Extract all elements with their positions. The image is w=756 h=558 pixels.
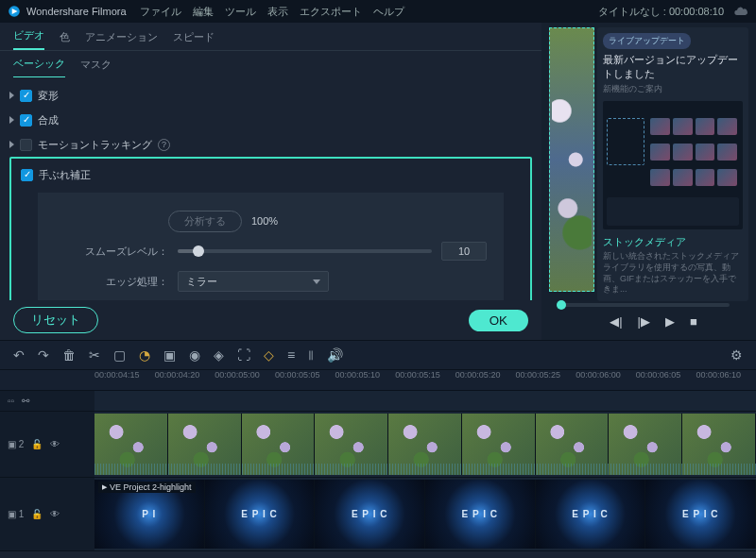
prev-frame-icon[interactable]: ◀| <box>610 314 622 329</box>
menu-help[interactable]: ヘルプ <box>373 5 404 19</box>
preview-seek-bar[interactable] <box>557 303 730 307</box>
ok-button[interactable]: OK <box>469 310 528 331</box>
menu-tools[interactable]: ツール <box>225 5 256 19</box>
track-label: ▣ 2 <box>8 439 24 449</box>
tab-basic[interactable]: ベーシック <box>13 57 65 77</box>
screenshot-icon[interactable]: ▣ <box>163 347 176 363</box>
checkbox-transform[interactable] <box>20 90 32 102</box>
speed-icon[interactable]: ◔ <box>139 347 150 363</box>
promo-panel: ライブアップデート 最新バージョンにアップデートしました 新機能のご案内 ストッ… <box>597 27 748 301</box>
redo-icon[interactable]: ↷ <box>38 347 49 363</box>
project-status: タイトルなし : 00:00:08:10 <box>598 5 724 19</box>
expand-icon[interactable] <box>9 141 14 148</box>
visibility-icon[interactable]: 👁 <box>50 439 60 449</box>
menu-file[interactable]: ファイル <box>140 5 181 19</box>
align-icon[interactable]: ≡ <box>287 347 295 363</box>
next-frame-icon[interactable]: |▶ <box>638 314 650 329</box>
edge-processing-select[interactable]: ミラー <box>178 271 329 292</box>
slider-thumb[interactable] <box>193 245 204 257</box>
prop-transform[interactable]: 変形 <box>9 83 532 108</box>
audio-waveform <box>94 464 756 475</box>
tab-mask[interactable]: マスク <box>80 58 112 77</box>
chevron-down-icon <box>313 279 320 284</box>
track-label: ▣ 1 <box>8 509 24 519</box>
app-logo <box>8 5 21 18</box>
help-icon[interactable]: ? <box>158 139 170 151</box>
primary-tabs: ビデオ 色 アニメーション スピード <box>0 23 541 51</box>
link-icon[interactable]: ⚯ <box>22 396 29 406</box>
title-clip[interactable]: VE Project 2-highlight <box>94 480 756 549</box>
play-icon[interactable]: ▶ <box>665 314 675 329</box>
secondary-tabs: ベーシック マスク <box>0 51 541 77</box>
label-stabilization: 手ぶれ補正 <box>39 168 91 182</box>
promo-description: 新しい統合されたストックメディアライブラリを使用するの写真、動画、GIFまたはス… <box>603 251 743 296</box>
cloud-icon[interactable] <box>733 4 748 19</box>
menu-export[interactable]: エクスポート <box>300 5 362 19</box>
smooth-level-value[interactable]: 10 <box>441 242 487 261</box>
menu-edit[interactable]: 編集 <box>193 5 214 19</box>
promo-tag: ライブアップデート <box>603 33 691 49</box>
app-brand: Wondershare Filmora <box>26 6 127 17</box>
clip-label: VE Project 2-highlight <box>98 482 196 493</box>
prop-motion-tracking[interactable]: モーショントラッキング ? <box>9 132 532 157</box>
video-track-2[interactable]: ▣ 2 🔓 👁 <box>0 412 756 478</box>
promo-screenshot <box>603 101 743 229</box>
timeline-toolbar: ↶ ↷ 🗑 ✂ ▢ ◔ ▣ ◉ ◈ ⛶ ◇ ≡ ⦀ 🔊 ⚙ <box>0 340 756 370</box>
analyze-button[interactable]: 分析する <box>168 211 242 232</box>
analyze-progress: 100% <box>251 215 278 227</box>
expand-icon[interactable] <box>9 116 14 124</box>
stabilization-panel: 手ぶれ補正 分析する 100% スムーズレベル： 10 エッジ処理： <box>9 157 532 300</box>
menu-view[interactable]: 表示 <box>267 5 288 19</box>
video-clip[interactable] <box>94 414 756 475</box>
label-motion-tracking: モーショントラッキング <box>38 138 152 152</box>
adjust-icon[interactable]: ◈ <box>214 347 224 363</box>
checkbox-stabilization[interactable] <box>21 169 33 181</box>
label-transform: 変形 <box>38 89 59 103</box>
reset-button[interactable]: リセット <box>13 307 98 333</box>
tab-speed[interactable]: スピード <box>173 30 215 50</box>
delete-icon[interactable]: 🗑 <box>62 347 76 363</box>
checkbox-motion-tracking[interactable] <box>20 139 32 151</box>
preview-thumbnail[interactable] <box>549 27 594 292</box>
timeline-ruler[interactable]: 00:00:04:15 00:00:04:20 00:00:05:00 00:0… <box>0 370 756 391</box>
volume-icon[interactable]: 🔊 <box>327 347 343 363</box>
crop-icon[interactable]: ▢ <box>113 347 126 363</box>
promo-heading: ストックメディア <box>603 235 743 249</box>
main-menu: ファイル 編集 ツール 表示 エクスポート ヘルプ <box>140 5 404 19</box>
stop-icon[interactable]: ■ <box>690 314 697 329</box>
video-track-1[interactable]: ▣ 1 🔓 👁 VE Project 2-highlight <box>0 478 756 551</box>
smooth-level-slider[interactable] <box>178 249 432 253</box>
prop-compose[interactable]: 合成 <box>9 108 532 132</box>
checkbox-compose[interactable] <box>20 114 32 127</box>
lock-icon[interactable]: 🔓 <box>31 509 43 519</box>
expand-icon[interactable] <box>9 92 14 99</box>
label-compose: 合成 <box>38 113 59 127</box>
settings-icon[interactable]: ⚙ <box>730 347 743 363</box>
promo-subtitle: 新機能のご案内 <box>603 83 743 95</box>
undo-icon[interactable]: ↶ <box>13 347 25 363</box>
expand-icon[interactable]: ⛶ <box>237 347 250 363</box>
tab-color[interactable]: 色 <box>60 30 70 50</box>
layers-icon[interactable]: ▫▫ <box>8 396 14 406</box>
smooth-level-label: スムーズレベル： <box>55 245 168 259</box>
promo-title: 最新バージョンにアップデートしました <box>603 53 743 81</box>
cut-icon[interactable]: ✂ <box>89 347 100 363</box>
mixer-icon[interactable]: ⦀ <box>308 347 314 364</box>
edge-processing-label: エッジ処理： <box>55 275 168 289</box>
record-icon[interactable]: ◉ <box>189 347 200 363</box>
tab-animation[interactable]: アニメーション <box>85 30 158 50</box>
marker-icon[interactable]: ◇ <box>264 347 274 363</box>
tab-video[interactable]: ビデオ <box>13 28 44 50</box>
lock-icon[interactable]: 🔓 <box>31 439 43 449</box>
visibility-icon[interactable]: 👁 <box>50 509 60 519</box>
